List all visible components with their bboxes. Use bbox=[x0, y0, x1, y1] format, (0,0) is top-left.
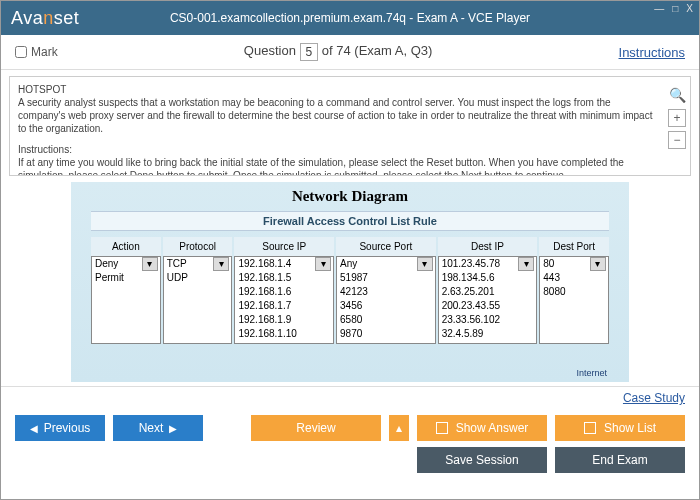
review-button[interactable]: Review bbox=[251, 415, 381, 441]
acl-column-source-ip: Source IP192.168.1.4192.168.1.5192.168.1… bbox=[234, 237, 334, 344]
mark-label: Mark bbox=[31, 45, 58, 59]
column-header: Dest Port bbox=[539, 237, 609, 256]
question-number-input[interactable]: 5 bbox=[300, 43, 319, 61]
acl-option[interactable]: 3456 bbox=[337, 299, 435, 313]
acl-option[interactable]: 101.23.45.78 bbox=[439, 257, 537, 271]
instructions-body: If at any time you would like to bring b… bbox=[18, 156, 660, 176]
acl-option[interactable]: 443 bbox=[540, 271, 608, 285]
window-title: CS0-001.examcollection.premium.exam.74q … bbox=[1, 11, 699, 25]
simulation-panel: Network Diagram Firewall Access Control … bbox=[71, 182, 629, 382]
acl-option[interactable]: 192.168.1.7 bbox=[235, 299, 333, 313]
zoom-out-button[interactable]: − bbox=[668, 131, 686, 149]
magnify-icon[interactable]: 🔍 bbox=[668, 87, 686, 105]
acl-select-action[interactable]: DenyPermit bbox=[91, 256, 161, 344]
acl-select-source-port[interactable]: Any5198742123345665809870 bbox=[336, 256, 436, 344]
acl-option[interactable]: 42123 bbox=[337, 285, 435, 299]
acl-column-dest-ip: Dest IP101.23.45.78198.134.5.62.63.25.20… bbox=[438, 237, 538, 344]
diagram-title: Network Diagram bbox=[71, 182, 629, 207]
acl-column-source-port: Source PortAny5198742123345665809870 bbox=[336, 237, 436, 344]
column-header: Source Port bbox=[336, 237, 436, 256]
acl-title: Firewall Access Control List Rule bbox=[91, 211, 609, 231]
instructions-link[interactable]: Instructions bbox=[619, 45, 685, 60]
acl-column-action: ActionDenyPermit bbox=[91, 237, 161, 344]
acl-option[interactable]: 192.168.1.6 bbox=[235, 285, 333, 299]
acl-option[interactable]: 23.33.56.102 bbox=[439, 313, 537, 327]
column-header: Source IP bbox=[234, 237, 334, 256]
acl-option[interactable]: Permit bbox=[92, 271, 160, 285]
mark-checkbox[interactable] bbox=[15, 46, 27, 58]
maximize-button[interactable]: □ bbox=[670, 3, 680, 14]
question-total: of 74 (Exam A, Q3) bbox=[322, 43, 433, 58]
show-answer-button[interactable]: Show Answer bbox=[417, 415, 547, 441]
acl-option[interactable]: 198.134.5.6 bbox=[439, 271, 537, 285]
question-body: A security analyst suspects that a works… bbox=[18, 96, 660, 135]
acl-option[interactable]: 192.168.1.4 bbox=[235, 257, 333, 271]
column-header: Action bbox=[91, 237, 161, 256]
internet-label: Internet bbox=[576, 368, 607, 378]
show-list-button[interactable]: Show List bbox=[555, 415, 685, 441]
previous-button[interactable]: ◀Previous bbox=[15, 415, 105, 441]
acl-option[interactable]: 2.63.25.201 bbox=[439, 285, 537, 299]
acl-select-dest-ip[interactable]: 101.23.45.78198.134.5.62.63.25.201200.23… bbox=[438, 256, 538, 344]
acl-column-protocol: ProtocolTCPUDP bbox=[163, 237, 233, 344]
acl-option[interactable]: 51987 bbox=[337, 271, 435, 285]
acl-option[interactable]: 192.168.1.9 bbox=[235, 313, 333, 327]
acl-select-protocol[interactable]: TCPUDP bbox=[163, 256, 233, 344]
zoom-in-button[interactable]: + bbox=[668, 109, 686, 127]
column-header: Dest IP bbox=[438, 237, 538, 256]
title-bar: Avanset CS0-001.examcollection.premium.e… bbox=[1, 1, 699, 35]
acl-option[interactable]: Any bbox=[337, 257, 435, 271]
acl-option[interactable]: 32.4.5.89 bbox=[439, 327, 537, 341]
acl-option[interactable]: 192.168.1.10 bbox=[235, 327, 333, 341]
acl-option[interactable]: 8080 bbox=[540, 285, 608, 299]
acl-option[interactable]: 200.23.43.55 bbox=[439, 299, 537, 313]
acl-option[interactable]: 80 bbox=[540, 257, 608, 271]
case-study-link[interactable]: Case Study bbox=[623, 391, 685, 405]
acl-column-dest-port: Dest Port804438080 bbox=[539, 237, 609, 344]
question-text-panel: HOTSPOT A security analyst suspects that… bbox=[9, 76, 691, 176]
mark-checkbox-wrap[interactable]: Mark bbox=[15, 45, 58, 59]
column-header: Protocol bbox=[163, 237, 233, 256]
instructions-label: Instructions: bbox=[18, 143, 660, 156]
question-label: Question bbox=[244, 43, 296, 58]
review-caret-button[interactable]: ▴ bbox=[389, 415, 409, 441]
footer: ◀Previous Next▶ Review ▴ Show Answer Sho… bbox=[1, 411, 699, 489]
acl-select-source-ip[interactable]: 192.168.1.4192.168.1.5192.168.1.6192.168… bbox=[234, 256, 334, 344]
question-bar: Mark Question 5 of 74 (Exam A, Q3) Instr… bbox=[1, 35, 699, 70]
minimize-button[interactable]: — bbox=[652, 3, 666, 14]
acl-option[interactable]: 192.168.1.5 bbox=[235, 271, 333, 285]
logo: Avanset bbox=[11, 8, 79, 29]
next-button[interactable]: Next▶ bbox=[113, 415, 203, 441]
acl-option[interactable]: TCP bbox=[164, 257, 232, 271]
acl-select-dest-port[interactable]: 804438080 bbox=[539, 256, 609, 344]
acl-option[interactable]: 6580 bbox=[337, 313, 435, 327]
end-exam-button[interactable]: End Exam bbox=[555, 447, 685, 473]
save-session-button[interactable]: Save Session bbox=[417, 447, 547, 473]
acl-option[interactable]: UDP bbox=[164, 271, 232, 285]
close-button[interactable]: X bbox=[684, 3, 695, 14]
acl-option[interactable]: 9870 bbox=[337, 327, 435, 341]
question-heading: HOTSPOT bbox=[18, 83, 660, 96]
acl-option[interactable]: Deny bbox=[92, 257, 160, 271]
internet-graphic: Internet bbox=[529, 342, 609, 382]
